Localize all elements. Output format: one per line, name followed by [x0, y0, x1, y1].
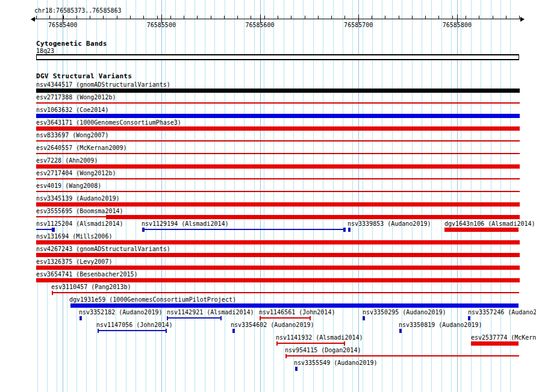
variant-glyph[interactable] [363, 316, 365, 320]
variant-glyph[interactable] [348, 228, 351, 232]
variant-glyph[interactable] [79, 316, 82, 320]
variant-glyph[interactable] [36, 114, 520, 118]
variant-glyph[interactable] [276, 343, 345, 344]
variant-label[interactable]: dgv1931e59 (1000GenomesConsortiumPilotPr… [69, 296, 236, 303]
variant-label[interactable]: esv2640557 (McKernan2009) [36, 145, 127, 151]
variant-label[interactable]: nsv4344517 (gnomADStructuralVariants) [36, 81, 170, 88]
variant-label[interactable]: nsv954115 (Dogan2014) [285, 347, 361, 353]
variant-label[interactable]: dgv1643n106 (Alsmadi2014) [444, 220, 535, 227]
variant-glyph[interactable] [285, 355, 519, 356]
axis-minor-tick [184, 16, 184, 19]
variant-label[interactable]: esv2717388 (Wong2012b) [36, 94, 116, 101]
variant-label[interactable]: nsv131694 (Mills2006) [36, 233, 112, 240]
variant-label[interactable]: esv3654741 (Besenbacher2015) [36, 271, 138, 278]
variant-label[interactable]: esv1326375 (Levy2007) [36, 258, 112, 265]
variant-glyph[interactable] [310, 316, 311, 320]
cytogenetic-band-rect[interactable] [36, 54, 519, 60]
variant-label[interactable]: nsv1146561 (John2014) [259, 309, 335, 316]
variant-label[interactable]: nsv3355549 (Audano2019) [294, 359, 377, 366]
variant-glyph[interactable] [167, 317, 222, 319]
variant-glyph[interactable] [52, 228, 55, 232]
variant-glyph[interactable] [142, 229, 346, 230]
variant-glyph[interactable] [52, 292, 519, 293]
variant-glyph[interactable] [295, 367, 298, 371]
variant-glyph[interactable] [36, 191, 520, 192]
variant-label[interactable]: nsv1141932 (Alsmadi2014) [276, 334, 363, 341]
variant-glyph[interactable] [399, 329, 402, 333]
axis-minor-tick [466, 16, 466, 19]
variant-glyph[interactable] [36, 89, 520, 93]
axis-minor-tick [90, 16, 90, 19]
dgv-section-title: DGV Structural Variants [36, 73, 132, 80]
axis-minor-tick [412, 16, 413, 19]
variant-glyph[interactable] [276, 341, 278, 346]
variant-label[interactable]: nsv3354602 (Audano2019) [231, 322, 314, 328]
variant-glyph[interactable] [260, 317, 311, 319]
axis-minor-tick [251, 16, 251, 19]
variant-glyph[interactable] [260, 316, 261, 320]
variant-glyph[interactable] [36, 164, 520, 169]
variant-glyph[interactable] [166, 329, 167, 333]
axis-minor-tick [425, 16, 426, 19]
variant-label[interactable]: esv3643171 (1000GenomesConsortiumPhase3) [36, 119, 181, 126]
variant-glyph[interactable] [36, 216, 106, 217]
genome-browser-view: 7658540076585500765856007658570076585800… [0, 0, 536, 392]
variant-glyph[interactable] [232, 329, 235, 333]
variant-label[interactable]: nsv1129194 (Alsmadi2014) [142, 220, 229, 227]
variant-glyph[interactable] [106, 215, 520, 219]
variant-label[interactable]: esv3110457 (Pang2013b) [51, 284, 131, 290]
variant-glyph[interactable] [167, 316, 168, 320]
variant-glyph[interactable] [344, 341, 345, 346]
variant-glyph[interactable] [36, 266, 520, 270]
axis-minor-tick [385, 16, 385, 19]
axis-minor-tick [493, 16, 493, 19]
axis-minor-tick [452, 16, 453, 19]
variant-glyph[interactable] [36, 240, 520, 244]
variant-glyph[interactable] [343, 228, 346, 232]
variant-label[interactable]: nsv1147056 (John2014) [96, 322, 172, 328]
axis-minor-tick [76, 16, 77, 19]
variant-glyph[interactable] [36, 253, 520, 257]
variant-label[interactable]: nsv3350295 (Audano2019) [363, 309, 446, 316]
variant-label[interactable]: esv2537774 (McKernan2009) [471, 334, 536, 341]
variant-label[interactable]: esv7228 (Ahn2009) [36, 157, 98, 164]
variant-label[interactable]: nsv833697 (Wong2007) [36, 132, 108, 138]
variant-glyph[interactable] [36, 178, 520, 179]
variant-glyph[interactable] [36, 278, 520, 282]
variant-glyph[interactable] [220, 316, 222, 320]
variant-glyph[interactable] [36, 126, 520, 131]
axis-tick-label: 76585400 [46, 22, 79, 28]
variant-glyph[interactable] [142, 228, 145, 232]
axis-tick-label: 76585500 [145, 22, 178, 28]
variant-glyph[interactable] [468, 316, 470, 320]
variant-label[interactable]: nsv3345139 (Audano2019) [36, 195, 119, 202]
axis-minor-tick [36, 16, 37, 19]
variant-glyph[interactable] [36, 202, 520, 207]
region-title: chr18:76585373..76585863 [34, 7, 122, 14]
axis-minor-tick [103, 16, 104, 19]
variant-glyph[interactable] [70, 303, 519, 308]
variant-label[interactable]: nsv3350819 (Audano2019) [399, 322, 482, 328]
variant-label[interactable]: nsv1125204 (Alsmadi2014) [36, 220, 123, 227]
variant-label[interactable]: esv3555695 (Boomsma2014) [36, 208, 123, 214]
axis-minor-tick [264, 16, 265, 19]
variant-label[interactable]: nsv3357246 (Audano2019) [468, 309, 536, 316]
variant-label[interactable]: nsv3352182 (Audano2019) [79, 309, 162, 316]
variant-glyph[interactable] [36, 102, 520, 104]
variant-glyph[interactable] [98, 330, 167, 331]
axis-minor-tick [157, 16, 158, 19]
variant-glyph[interactable] [471, 341, 519, 346]
variant-label[interactable]: nsv1142921 (Alsmadi2014) [167, 309, 254, 316]
variant-glyph[interactable] [36, 140, 520, 142]
variant-label[interactable]: nsv4267243 (gnomADStructuralVariants) [36, 246, 170, 252]
variant-label[interactable]: nsv1063632 (Coe2014) [36, 107, 108, 113]
axis-minor-tick [143, 16, 144, 19]
axis-tick-label: 76585600 [244, 22, 276, 28]
variant-glyph[interactable] [36, 153, 520, 154]
axis-minor-tick [278, 16, 278, 19]
variant-label[interactable]: esv2717404 (Wong2012b) [36, 170, 116, 176]
variant-label[interactable]: nsv3339853 (Audano2019) [347, 220, 431, 227]
variant-glyph[interactable] [444, 228, 519, 232]
variant-glyph[interactable] [98, 329, 99, 333]
variant-label[interactable]: esv4019 (Wang2008) [36, 182, 101, 189]
